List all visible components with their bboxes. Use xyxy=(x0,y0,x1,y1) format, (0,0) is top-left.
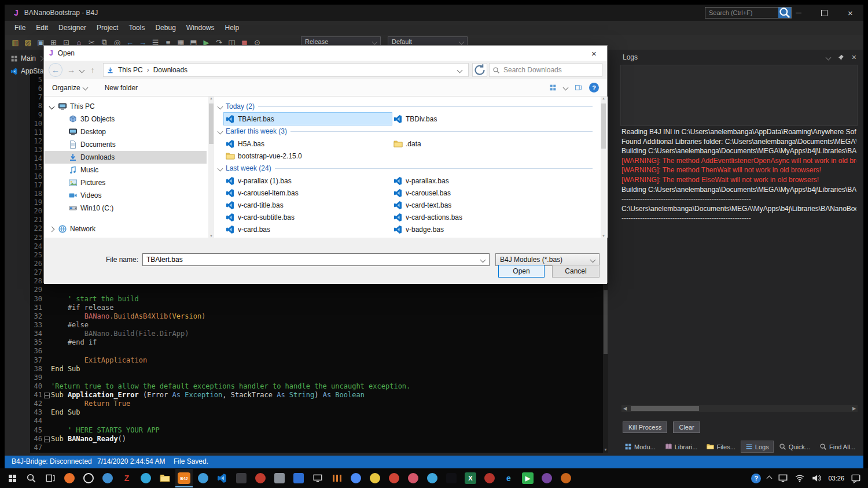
open-project-icon[interactable]: ▨ xyxy=(23,38,33,47)
file-item-v-parallax-1-bas[interactable]: v-parallax (1).bas xyxy=(224,175,392,187)
scroll-down-arrow-icon[interactable]: ▼ xyxy=(603,448,608,452)
file-list-scrollbar-thumb[interactable] xyxy=(601,103,606,149)
forward-button[interactable]: → xyxy=(64,63,78,77)
tree-item-downloads[interactable]: Downloads xyxy=(45,151,207,164)
menu-edit[interactable]: Edit xyxy=(31,24,53,32)
close-button[interactable]: × xyxy=(837,5,863,21)
up-button[interactable]: ↑ xyxy=(86,63,100,77)
new-folder-button[interactable]: New folder xyxy=(105,84,138,92)
start-button[interactable] xyxy=(3,469,21,487)
file-item-v-card-actions-bas[interactable]: v-card-actions.bas xyxy=(392,211,560,223)
file-item-bootstrap-vue-2-15-0[interactable]: bootstrap-vue-2.15.0 xyxy=(224,150,392,162)
tab-librari[interactable]: Librari... xyxy=(661,441,702,452)
tab-find-all[interactable]: Find All... xyxy=(815,441,859,452)
preview-pane-icon[interactable] xyxy=(575,84,582,91)
red-d-app-icon[interactable] xyxy=(481,469,498,487)
new-project-icon[interactable]: ▥ xyxy=(10,38,20,47)
file-group-header[interactable]: Today (2) xyxy=(218,100,597,113)
red-app2-icon[interactable] xyxy=(385,469,403,487)
chart-app-icon[interactable] xyxy=(328,469,345,487)
menu-file[interactable]: File xyxy=(9,24,31,32)
clear-button[interactable]: Clear xyxy=(673,422,700,433)
red-app-icon[interactable] xyxy=(252,469,269,487)
file-item-data[interactable]: .data xyxy=(392,138,560,150)
file-item-v-badge-bas[interactable]: v-badge.bas xyxy=(392,223,560,235)
monitor-app-icon[interactable] xyxy=(309,469,326,487)
chevron-up-icon[interactable] xyxy=(767,476,771,480)
scroll-left-arrow-icon[interactable]: ◀ xyxy=(621,406,628,411)
editor-scrollbar[interactable]: ▼ xyxy=(603,283,608,453)
taskbar-clock[interactable]: 03:26 xyxy=(828,475,844,482)
file-item-tbalert-bas[interactable]: TBAlert.bas xyxy=(224,113,392,125)
filezilla-icon[interactable]: Z xyxy=(118,469,135,487)
scroll-up-arrow-icon[interactable]: ▲ xyxy=(601,97,606,100)
breadcrumb-downloads[interactable]: Downloads xyxy=(152,66,189,74)
address-dropdown-icon[interactable] xyxy=(457,67,463,73)
file-type-select[interactable]: B4J Modules (*.bas) xyxy=(495,253,599,266)
breadcrumb-this-pc[interactable]: This PC xyxy=(117,66,144,74)
minimize-button[interactable] xyxy=(785,5,811,21)
chevron-right-icon[interactable] xyxy=(48,227,55,231)
menu-debug[interactable]: Debug xyxy=(150,24,181,32)
file-item-v-carousel-item-bas[interactable]: v-carousel-item.bas xyxy=(224,187,392,199)
history-chevron-icon[interactable] xyxy=(79,67,85,73)
task-view-button[interactable] xyxy=(42,469,59,487)
tab-modu[interactable]: Modu... xyxy=(620,441,660,452)
notification-icon[interactable] xyxy=(851,473,861,483)
tab-files[interactable]: Files... xyxy=(703,441,739,452)
fold-marker-icon[interactable] xyxy=(42,391,51,400)
tv-app-icon[interactable] xyxy=(290,469,307,487)
monitor-tray-icon[interactable] xyxy=(778,473,788,483)
tree-item-network[interactable]: Network xyxy=(45,223,207,235)
tab-logs[interactable]: Logs xyxy=(741,441,774,453)
tree-item-this-pc[interactable]: This PC xyxy=(45,100,207,113)
pink-app-icon[interactable] xyxy=(404,469,422,487)
menu-project[interactable]: Project xyxy=(91,24,123,32)
menu-tools[interactable]: Tools xyxy=(123,24,150,32)
speaker-tray-icon[interactable] xyxy=(811,473,822,483)
mail-app-icon[interactable] xyxy=(99,469,116,487)
excel-icon[interactable]: X xyxy=(462,469,479,487)
file-item-tbdiv-bas[interactable]: TBDiv.bas xyxy=(392,113,560,125)
wifi-tray-icon[interactable] xyxy=(795,473,805,483)
file-item-v-card-bas[interactable]: v-card.bas xyxy=(224,223,392,235)
logs-horizontal-scrollbar[interactable]: ◀ ▶ xyxy=(621,405,858,412)
dialog-close-button[interactable]: × xyxy=(581,46,607,61)
menu-designer[interactable]: Designer xyxy=(53,24,91,32)
tree-item-3d-objects[interactable]: 3D Objects xyxy=(45,113,207,125)
vscode-icon[interactable] xyxy=(214,469,231,487)
fold-marker-icon[interactable] xyxy=(42,435,51,443)
help-tray-icon[interactable]: ? xyxy=(751,474,761,483)
dialog-search-input[interactable] xyxy=(502,65,599,75)
logs-scrollbar-thumb[interactable] xyxy=(631,406,699,411)
chevron-down-icon[interactable] xyxy=(48,105,55,109)
firefox-icon[interactable] xyxy=(61,469,78,487)
play-app-icon[interactable]: ▶ xyxy=(519,469,536,487)
tab-quick[interactable]: Quick... xyxy=(775,441,814,452)
scroll-right-arrow-icon[interactable]: ▶ xyxy=(851,406,858,411)
menu-windows[interactable]: Windows xyxy=(181,24,220,32)
chrome-icon[interactable] xyxy=(347,469,365,487)
file-group-header[interactable]: Last week (24) xyxy=(218,162,597,175)
ubuntu-app-icon[interactable] xyxy=(538,469,556,487)
telegram-icon[interactable] xyxy=(137,469,155,487)
tree-item-desktop[interactable]: Desktop xyxy=(45,125,207,138)
tree-item-pictures[interactable]: Pictures xyxy=(45,176,207,189)
chevron-down-icon[interactable] xyxy=(563,85,569,91)
file-explorer-icon[interactable] xyxy=(156,469,174,487)
ie-icon[interactable]: e xyxy=(500,469,517,487)
cancel-button[interactable]: Cancel xyxy=(552,265,599,278)
file-group-header[interactable]: Earlier this week (3) xyxy=(218,125,597,138)
tree-item-music[interactable]: Music xyxy=(45,164,207,176)
view-mode-icon[interactable] xyxy=(549,84,557,91)
b4j-icon[interactable]: B4J xyxy=(175,469,193,487)
scroll-up-arrow-icon[interactable]: ▲ xyxy=(208,97,214,100)
search-button[interactable] xyxy=(23,469,40,487)
tree-item-win10-c[interactable]: Win10 (C:) xyxy=(45,202,207,215)
skype-icon[interactable] xyxy=(194,469,212,487)
water-app-icon[interactable] xyxy=(424,469,441,487)
chevron-down-icon[interactable] xyxy=(480,257,486,263)
tree-scrollbar[interactable]: ▲ ▼ xyxy=(208,97,214,238)
file-list-scrollbar[interactable]: ▲ ▼ xyxy=(601,97,606,238)
file-item-v-card-subtitle-bas[interactable]: v-card-subtitle.bas xyxy=(224,211,392,223)
